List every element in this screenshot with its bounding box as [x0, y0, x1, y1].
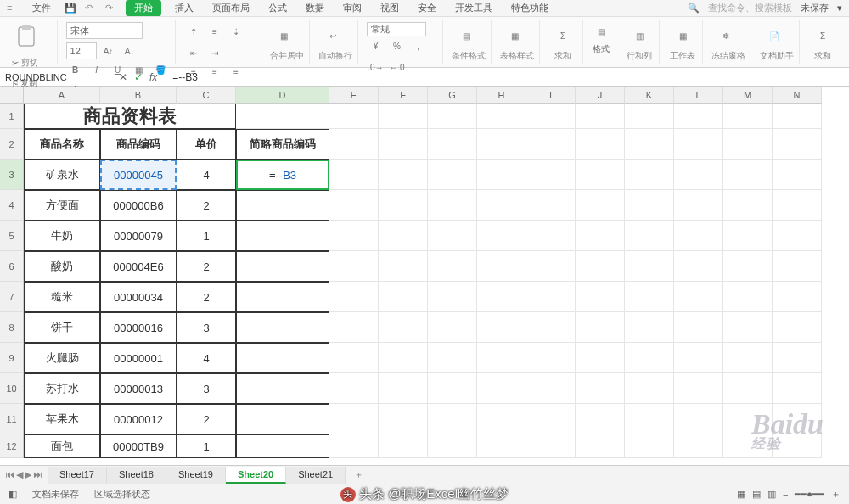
cell[interactable]	[526, 104, 576, 129]
table-cell[interactable]: 1	[177, 434, 236, 458]
table-cell[interactable]: 00000079	[100, 221, 177, 251]
cell[interactable]	[428, 221, 477, 251]
cell[interactable]	[773, 404, 822, 434]
cell[interactable]	[379, 282, 428, 312]
cell[interactable]	[379, 404, 428, 434]
cell[interactable]	[625, 282, 674, 312]
col-header-C[interactable]: C	[177, 87, 236, 104]
table-cell[interactable]: 4	[177, 160, 236, 190]
row-header[interactable]: 3	[0, 160, 24, 190]
cell[interactable]	[428, 373, 477, 404]
cell[interactable]	[526, 221, 576, 251]
sigma-icon[interactable]: Σ	[808, 22, 837, 50]
table-cell[interactable]: 苹果木	[24, 404, 100, 434]
cell[interactable]	[329, 312, 379, 343]
cell[interactable]	[526, 190, 576, 221]
sheet-tab[interactable]: Sheet19	[166, 467, 226, 484]
cell[interactable]	[576, 160, 625, 190]
view-page-icon[interactable]: ▤	[752, 489, 761, 500]
cell[interactable]	[379, 312, 428, 343]
table-cell[interactable]: 00000016	[100, 312, 177, 343]
cell[interactable]	[477, 221, 526, 251]
cell[interactable]	[477, 190, 526, 221]
col-header-L[interactable]: L	[674, 87, 723, 104]
undo-icon[interactable]: ↶	[85, 3, 97, 14]
table-cell[interactable]	[236, 221, 329, 251]
cell[interactable]	[526, 404, 576, 434]
table-cell[interactable]: 酸奶	[24, 251, 100, 282]
cell[interactable]	[723, 373, 773, 404]
cell[interactable]	[674, 343, 723, 373]
table-cell[interactable]: =--B3	[236, 160, 329, 190]
indent-dec-icon[interactable]: ⇤	[184, 43, 203, 62]
col-header-E[interactable]: E	[329, 87, 379, 104]
add-sheet-icon[interactable]: ＋	[346, 468, 372, 481]
cell[interactable]	[625, 312, 674, 343]
save-icon[interactable]: 💾	[65, 3, 76, 14]
file-menu[interactable]: 文件	[27, 0, 56, 16]
table-cell[interactable]: 00000045	[100, 160, 177, 190]
row-header[interactable]: 7	[0, 282, 24, 312]
table-cell[interactable]: 火腿肠	[24, 343, 100, 373]
tab-start[interactable]: 开始	[126, 0, 161, 16]
cell[interactable]	[773, 251, 822, 282]
cell[interactable]	[477, 251, 526, 282]
tab-security[interactable]: 安全	[413, 0, 441, 16]
cell[interactable]	[477, 312, 526, 343]
row-header[interactable]: 12	[0, 434, 24, 458]
table-header[interactable]: 单价	[177, 129, 236, 160]
align-mid-icon[interactable]: ≡	[205, 22, 224, 41]
table-cell[interactable]: 面包	[24, 434, 100, 458]
align-bot-icon[interactable]: ⇣	[227, 22, 245, 41]
row-header[interactable]: 1	[0, 104, 24, 129]
table-title[interactable]: 商品资料表	[24, 104, 236, 129]
cell[interactable]	[723, 343, 773, 373]
cell[interactable]	[329, 160, 379, 190]
table-cell[interactable]	[236, 343, 329, 373]
cell[interactable]	[428, 282, 477, 312]
cell[interactable]	[576, 129, 625, 160]
tab-formula[interactable]: 公式	[263, 0, 292, 16]
cell[interactable]	[576, 343, 625, 373]
sheet-tab[interactable]: Sheet18	[107, 467, 166, 484]
cell[interactable]	[329, 282, 379, 312]
view-normal-icon[interactable]: ▦	[737, 489, 745, 500]
cell[interactable]	[576, 404, 625, 434]
cell[interactable]	[477, 373, 526, 404]
cell[interactable]	[674, 104, 723, 129]
merge-button[interactable]: ▦	[270, 22, 299, 50]
accept-formula-icon[interactable]: ✓	[134, 71, 143, 83]
table-cell[interactable]: 矿泉水	[24, 160, 100, 190]
number-format-select[interactable]: 常规	[367, 22, 426, 36]
table-cell[interactable]	[236, 373, 329, 404]
cancel-formula-icon[interactable]: ✕	[119, 71, 127, 83]
cell[interactable]	[723, 190, 773, 221]
cell[interactable]	[379, 343, 428, 373]
zoom-slider[interactable]: ━━●━━	[795, 489, 824, 500]
cell[interactable]	[428, 160, 477, 190]
rowcol-button[interactable]: ▥	[625, 22, 654, 50]
cell[interactable]	[773, 160, 822, 190]
cell[interactable]	[723, 129, 773, 160]
table-cell[interactable]	[236, 251, 329, 282]
cell[interactable]	[329, 434, 379, 458]
cell[interactable]	[773, 221, 822, 251]
paste-button[interactable]	[12, 22, 41, 51]
cell[interactable]	[625, 434, 674, 458]
currency-icon[interactable]: ¥	[367, 36, 385, 55]
cell[interactable]	[329, 343, 379, 373]
cell[interactable]	[773, 190, 822, 221]
cell[interactable]	[723, 221, 773, 251]
table-cell[interactable]: 2	[177, 251, 236, 282]
sheet-prev-icon[interactable]: ◀	[16, 469, 23, 480]
cell[interactable]	[625, 221, 674, 251]
cell[interactable]	[625, 404, 674, 434]
table-cell[interactable]: 2	[177, 190, 236, 221]
cell[interactable]	[674, 312, 723, 343]
col-header-N[interactable]: N	[773, 87, 822, 104]
cell[interactable]	[674, 251, 723, 282]
col-header-A[interactable]: A	[24, 87, 100, 104]
cell[interactable]	[773, 282, 822, 312]
format-button[interactable]: ▤	[592, 22, 610, 41]
col-header-M[interactable]: M	[723, 87, 773, 104]
